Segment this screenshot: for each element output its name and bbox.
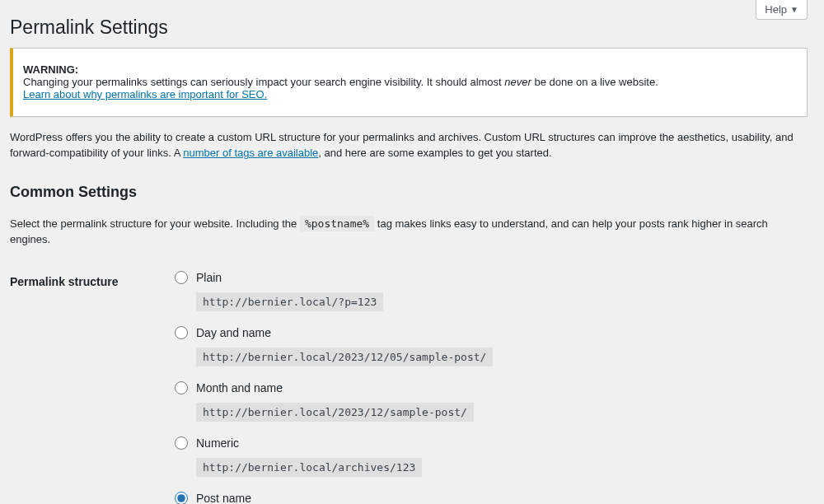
permalink-radio-1[interactable] [175,326,188,339]
common-settings-desc: Select the permalink structure for your … [10,216,808,248]
permalink-example: http://bernier.local/2023/12/05/sample-p… [196,348,493,366]
help-button[interactable]: Help ▼ [756,0,808,20]
warning-text-before: Changing your permalinks settings can se… [23,76,504,88]
warning-em: never [504,76,531,88]
common-settings-heading: Common Settings [10,184,808,201]
permalink-option-label[interactable]: Post name [196,492,251,504]
help-button-label: Help [765,3,787,16]
permalink-radio-0[interactable] [175,271,188,284]
permalink-option-label[interactable]: Plain [196,271,222,284]
permalink-structure-fieldset: Plainhttp://bernier.local/?p=123Day and … [175,271,799,504]
intro-text: WordPress offers you the ability to crea… [10,129,808,161]
desc-before: Select the permalink structure for your … [10,217,300,230]
permalink-structure-label: Permalink structure [10,259,166,504]
permalink-example: http://bernier.local/2023/12/sample-post… [196,403,474,422]
permalink-radio-2[interactable] [175,381,188,394]
intro-link[interactable]: number of tags are available [183,147,318,159]
page-title: Permalink Settings [10,8,168,44]
chevron-down-icon: ▼ [790,5,798,14]
permalink-radio-3[interactable] [175,436,188,450]
desc-code: %postname% [300,216,374,231]
permalink-example: http://bernier.local/archives/123 [196,458,422,477]
permalink-radio-4[interactable] [175,492,188,504]
warning-label: WARNING: [23,63,78,76]
permalink-example: http://bernier.local/?p=123 [196,292,383,311]
permalink-option-label[interactable]: Day and name [196,326,271,339]
warning-text-after: be done on a live website. [531,76,658,88]
intro-after: , and here are some examples to get you … [318,147,551,159]
permalink-option-label[interactable]: Numeric [196,436,239,450]
permalink-option-label[interactable]: Month and name [196,381,283,394]
warning-notice: WARNING: Changing your permalinks settin… [10,48,808,117]
warning-link[interactable]: Learn about why permalinks are important… [23,88,267,100]
